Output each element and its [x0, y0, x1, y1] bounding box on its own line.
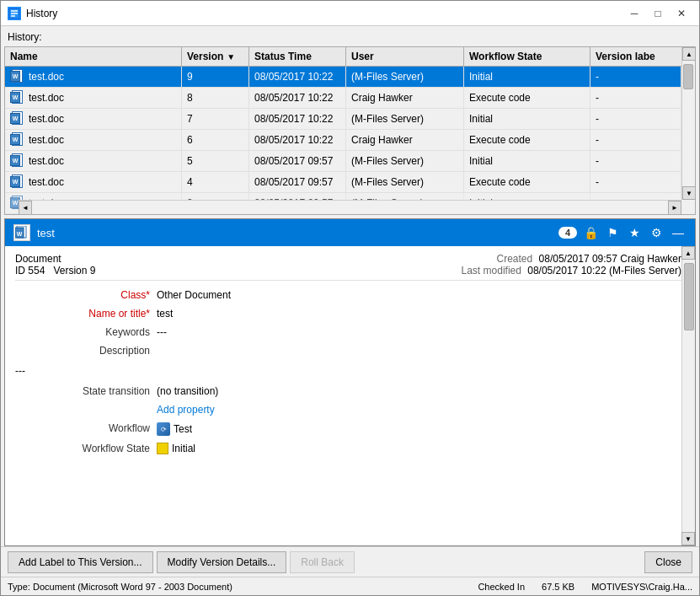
table-row[interactable]: W test.doc 4 08/05/2017 09:57 (M-Files S… [5, 172, 681, 193]
modify-version-button[interactable]: Modify Version Details... [157, 551, 287, 573]
close-button[interactable]: Close [644, 551, 692, 573]
status-checkin: Checked In [478, 582, 525, 592]
add-label-button[interactable]: Add Label to This Version... [8, 551, 153, 573]
scroll-down-button[interactable]: ▼ [682, 186, 696, 200]
cell-name: W test.doc [5, 172, 182, 192]
state-transition-label: State transition [15, 384, 150, 399]
cell-status-time: 08/05/2017 09:57 [249, 151, 346, 171]
cell-workflow-state: Execute code [464, 172, 590, 192]
separator: --- [15, 362, 681, 380]
workflow-state-label: Workflow State [15, 441, 150, 456]
scroll-up-button[interactable]: ▲ [682, 47, 696, 61]
workflow-state-icon [157, 443, 168, 454]
panel-minimize-icon[interactable]: — [670, 224, 687, 241]
workflow-icon: ⟳ [157, 422, 170, 436]
doc-meta-right: Created 08/05/2017 09:57 Craig Hawker La… [462, 253, 681, 277]
name-value: test [157, 306, 681, 321]
workflow-value: ⟳ Test [157, 421, 681, 438]
lock-icon[interactable]: 🔒 [582, 224, 599, 241]
panel-scroll-thumb[interactable] [684, 263, 694, 330]
svg-text:W: W [17, 231, 23, 237]
flag-icon[interactable]: ⚑ [604, 224, 621, 241]
rollback-button[interactable]: Roll Back [290, 551, 355, 573]
cell-user: Craig Hawker [346, 88, 464, 108]
title-bar-controls: ─ □ ✕ [623, 5, 692, 22]
cell-status-time: 08/05/2017 10:22 [249, 109, 346, 129]
col-header-version-label: Version labe [590, 47, 695, 66]
cell-status-time: 08/05/2017 10:22 [249, 67, 346, 87]
cell-name: W test.doc [5, 67, 182, 87]
cell-workflow-state: Execute code [464, 130, 590, 150]
cell-workflow-state: Initial [464, 67, 590, 87]
cell-name: W test.doc [5, 151, 182, 171]
star-icon[interactable]: ★ [626, 224, 643, 241]
add-property-link[interactable]: Add property [157, 404, 681, 416]
table-horizontal-scrollbar[interactable]: ◄ ► [19, 200, 681, 214]
close-window-button[interactable]: ✕ [671, 5, 692, 22]
cell-user: Craig Hawker [346, 130, 464, 150]
document-panel: W test 4 🔒 ⚑ ★ ⚙ — Document [4, 218, 696, 546]
history-table-wrapper: Name Version ▼ Status Time User Workflow… [4, 46, 696, 215]
maximize-button[interactable]: □ [647, 5, 669, 22]
window-title: History [26, 8, 623, 19]
add-property-placeholder [15, 402, 150, 417]
panel-doc-icon: W [13, 224, 30, 241]
sort-arrow-icon: ▼ [227, 52, 235, 62]
description-label: Description [15, 343, 150, 358]
cell-user: (M-Files Server) [346, 151, 464, 171]
panel-scroll-down-button[interactable]: ▼ [681, 532, 695, 545]
cell-workflow-state: Initial [464, 151, 590, 171]
table-header: Name Version ▼ Status Time User Workflow… [5, 47, 695, 67]
panel-header: W test 4 🔒 ⚑ ★ ⚙ — [5, 219, 695, 246]
status-type: Type: Document (Microsoft Word 97 - 2003… [8, 582, 232, 592]
scroll-right-button[interactable]: ► [668, 201, 681, 215]
panel-title: test [37, 227, 558, 239]
table-row[interactable]: W test.doc 5 08/05/2017 09:57 (M-Files S… [5, 151, 681, 172]
scroll-thumb[interactable] [683, 64, 693, 89]
col-header-user: User [346, 47, 464, 66]
cell-user: (M-Files Server) [346, 67, 464, 87]
status-user: MOTIVESYS\Craig.Ha... [591, 582, 692, 592]
doc-icon: W [10, 90, 25, 105]
cell-version-label: - [590, 109, 681, 129]
comment-badge: 4 [558, 227, 577, 239]
panel-scrollbar[interactable]: ▲ ▼ [681, 246, 695, 545]
doc-icon: W [10, 111, 25, 126]
cell-version-label: - [590, 88, 681, 108]
add-property-container: Add property [157, 402, 681, 417]
window-icon [8, 7, 21, 20]
doc-type: Document [15, 253, 95, 265]
doc-id-version: ID 554 Version 9 [15, 265, 95, 277]
minimize-button[interactable]: ─ [623, 5, 645, 22]
cell-version: 4 [182, 172, 249, 192]
title-bar: History ─ □ ✕ [1, 1, 699, 26]
keywords-value: --- [157, 325, 681, 340]
table-vertical-scrollbar[interactable]: ▲ ▼ [681, 47, 695, 200]
keywords-label: Keywords [15, 325, 150, 340]
cell-user: (M-Files Server) [346, 172, 464, 192]
table-row[interactable]: W test.doc 6 08/05/2017 10:22 Craig Hawk… [5, 130, 681, 151]
status-size: 67.5 KB [542, 582, 574, 592]
table-row[interactable]: W test.doc 7 08/05/2017 10:22 (M-Files S… [5, 109, 681, 130]
doc-icon: W [10, 132, 25, 148]
description-value [157, 343, 681, 358]
col-header-version[interactable]: Version ▼ [182, 47, 249, 66]
panel-scroll-up-button[interactable]: ▲ [681, 246, 695, 260]
settings-icon[interactable]: ⚙ [648, 224, 665, 241]
panel-content-wrapper: Document ID 554 Version 9 Created 08/05/… [5, 246, 695, 545]
properties-grid: Class* Other Document Name or title* tes… [15, 287, 681, 456]
main-window: History ─ □ ✕ History: Name Version ▼ St… [0, 0, 700, 596]
table-row[interactable]: W test.doc 8 08/05/2017 10:22 Craig Hawk… [5, 88, 681, 109]
cell-workflow-state: Initial [464, 109, 590, 129]
doc-meta-left: Document ID 554 Version 9 [15, 253, 95, 277]
cell-version: 6 [182, 130, 249, 150]
cell-version-label: - [590, 172, 681, 192]
table-scroll-area: W test.doc 9 08/05/2017 10:22 (M-Files S… [5, 67, 695, 215]
scroll-left-button[interactable]: ◄ [19, 201, 32, 215]
table-row[interactable]: W test.doc 9 08/05/2017 10:22 (M-Files S… [5, 67, 681, 88]
cell-version: 5 [182, 151, 249, 171]
history-label: History: [1, 26, 699, 46]
created-row: Created 08/05/2017 09:57 Craig Hawker [462, 253, 681, 265]
status-bar: Type: Document (Microsoft Word 97 - 2003… [1, 577, 699, 595]
cell-version: 8 [182, 88, 249, 108]
